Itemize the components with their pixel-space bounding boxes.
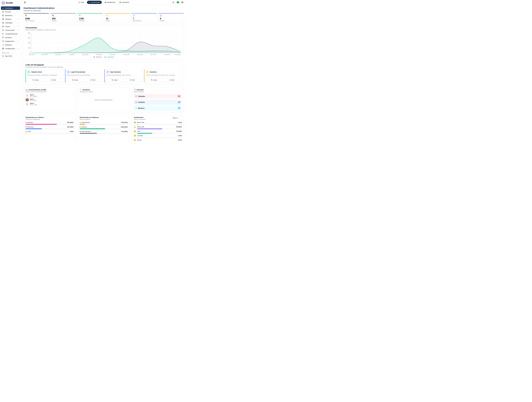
stat-value: 2086 — [25, 17, 48, 20]
sidebar-toggle-button[interactable] — [23, 1, 27, 4]
sidebar-item-label: Grupos — [5, 26, 10, 27]
birthdays-subtitle: Líderes, pastores e administradores — [25, 91, 74, 93]
open-link-button[interactable]: Abrir — [45, 78, 62, 81]
bar-fill — [137, 133, 152, 134]
legend-marker — [93, 57, 95, 57]
open-link-button[interactable]: Abrir — [164, 78, 180, 81]
distribution-row: Batizado 1116 (53%) — [80, 126, 128, 129]
distribution-value: 951 (65%) — [67, 122, 74, 123]
person-info: User 1 Dia 6 • Admin — [30, 94, 37, 97]
sidebar-item[interactable]: Relatórios — [1, 43, 20, 47]
svg-text:mar. de 26: mar. de 26 — [175, 54, 181, 55]
sentiments-period-select[interactable]: Últimos 7.. — [171, 117, 182, 119]
decision-row-value: 26 — [178, 107, 180, 110]
svg-text:jun. de 25: jun. de 25 — [55, 54, 61, 55]
sentiment-value: 30 (34%) — [176, 130, 182, 132]
legend-item[interactable]: Voluntários — [104, 56, 114, 58]
link-card-head: Seja Voluntário — [106, 70, 141, 74]
avatar: E — [25, 102, 29, 105]
bar-chart-icon — [2, 44, 4, 46]
sidebar-item-profile[interactable]: Meu Perfil — [1, 54, 20, 58]
sidebar-item[interactable]: Grupos — [1, 25, 20, 28]
brand-logo-icon — [2, 1, 5, 5]
copy-label: Copiar — [35, 79, 38, 81]
cards-row-1: Aniversariantes do Mês Líderes, pastores… — [24, 87, 184, 112]
sidebar-item[interactable]: Engajamento — [1, 39, 20, 43]
sidebar-item[interactable]: Pessoas — [1, 10, 20, 13]
distribution-row: Feminino 951 (65%) — [25, 122, 74, 125]
stat-label: Voluntários — [79, 20, 101, 21]
sentiment-emoji: 😪 — [134, 135, 136, 136]
notifications-button[interactable] — [172, 1, 175, 4]
sidebar-item[interactable]: Acompanhamento — [1, 32, 20, 36]
ombudsman-empty-state: Nenhuma solicitação pendente — [95, 99, 113, 104]
sentiment-row: 😊 Feliz 30 (34%) — [134, 130, 182, 134]
sentiment-row: 😪 Cansado 1 (1%) — [134, 135, 182, 138]
copy-icon — [151, 79, 152, 81]
svg-text:600: 600 — [28, 32, 30, 34]
baptism-subtitle: Status de batismo — [80, 119, 128, 120]
stat-card: 7 Administradores — [131, 13, 157, 23]
link-card-title: Cadastro Geral — [31, 71, 42, 73]
language-flag-button[interactable] — [176, 1, 180, 4]
open-link-button[interactable]: Abrir — [85, 78, 101, 81]
copy-icon — [72, 79, 74, 81]
sidebar-item[interactable]: Comunicação — [1, 29, 20, 32]
bar-fill — [25, 133, 26, 134]
topbar-button[interactable]: Assinatura — [118, 1, 131, 4]
external-link-icon — [130, 79, 132, 81]
topbar-button[interactable]: Administrador — [87, 1, 102, 4]
birthday-person-row: User 2 Dia 8 • Líder — [25, 98, 74, 101]
links-grid: Cadastro Geral Link para novos membros s… — [25, 69, 182, 83]
topbar-button[interactable]: Plataformas — [103, 1, 117, 4]
growth-card: Crescimento Novos membros e voluntários … — [24, 25, 184, 60]
stat-value: 8 — [160, 17, 182, 20]
sentiment-row-top: 😐 Normal 6 (7%) — [134, 139, 182, 141]
bar-track — [80, 124, 128, 125]
open-link-button[interactable]: Abrir — [124, 78, 141, 81]
copy-link-button[interactable]: Copiar — [146, 78, 163, 81]
link-card-description: Link para novos membros se cadastrarem n… — [27, 74, 62, 77]
sentiment-label: Abençoado — [137, 126, 144, 128]
sidebar-item[interactable]: Configurações — [1, 47, 20, 50]
legend-label: Membros — [96, 56, 102, 58]
decision-row: Salvações 86 — [134, 94, 182, 99]
topbar-button[interactable]: Líder — [77, 1, 86, 4]
legend-item[interactable]: Membros — [93, 56, 102, 58]
bar-track — [80, 133, 128, 134]
topbar-button-label: Líder — [81, 1, 84, 3]
copy-link-button[interactable]: Copiar — [106, 78, 123, 81]
stat-label: Pastores — [160, 20, 182, 21]
sidebar-item[interactable]: Ministérios — [1, 14, 20, 17]
user-icon — [78, 1, 80, 3]
bar-fill — [80, 133, 97, 134]
distribution-value: 741 (36%) — [121, 131, 128, 132]
growth-subtitle: Novos membros e voluntários nos últimos … — [25, 29, 182, 31]
baptism-title: Distribuição por Batismo — [80, 117, 128, 118]
copy-link-button[interactable]: Copiar — [27, 78, 44, 81]
sidebar-item[interactable]: Ouvidoria — [1, 36, 20, 39]
stats-row: 2086 Total de Pessoas 892 Membros 1158 V… — [24, 13, 184, 23]
bar-track — [25, 128, 74, 129]
svg-text:ago. de 25: ago. de 25 — [82, 54, 88, 55]
sidebar-item[interactable]: Dashboard — [1, 6, 20, 10]
distribution-row-top: Batizado 1116 (53%) — [80, 126, 128, 128]
stat-card: 2086 Total de Pessoas — [24, 13, 49, 23]
sidebar-item[interactable]: Cadastro — [1, 18, 20, 21]
settings-button[interactable] — [181, 1, 184, 4]
bar-track — [137, 133, 182, 134]
brand[interactable]: Rno360 — [0, 0, 21, 6]
copy-icon — [33, 79, 34, 81]
stat-card: 892 Membros — [51, 13, 76, 23]
page-subtitle: Visão geral da organização — [24, 10, 184, 12]
cards-row-2: Distribuição por Gênero Pessoas na organ… — [24, 115, 184, 141]
open-label: Abrir — [93, 79, 95, 81]
sentiments-subtitle: Check-in emocional — [134, 119, 145, 120]
distribution-row: Não Informado 741 (36%) — [80, 131, 128, 134]
copy-link-button[interactable]: Copiar — [67, 78, 84, 81]
sentiment-row: 😢 Muito Triste 1 (1%) — [134, 122, 182, 125]
open-label: Abrir — [171, 79, 174, 81]
birthdays-head: Aniversariantes do Mês — [25, 89, 74, 91]
person-info: User 3 Dia 21 • Líder — [30, 103, 37, 105]
sidebar-item[interactable]: Calendário — [1, 21, 20, 25]
